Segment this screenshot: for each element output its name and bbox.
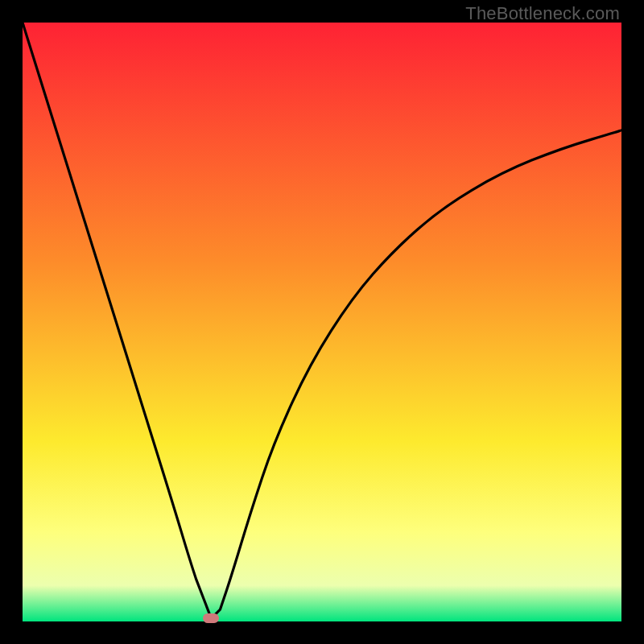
bottleneck-chart bbox=[23, 23, 621, 621]
watermark-text: TheBottleneck.com bbox=[465, 3, 620, 24]
chart-frame bbox=[23, 23, 621, 621]
optimum-marker bbox=[203, 613, 219, 623]
gradient-bg bbox=[23, 23, 621, 621]
